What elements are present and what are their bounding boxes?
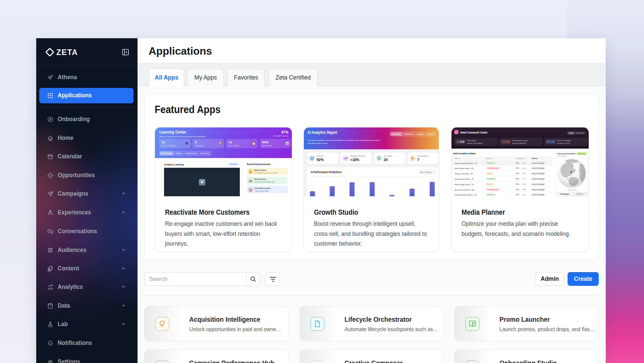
svg-text:100: 100 bbox=[249, 180, 253, 183]
